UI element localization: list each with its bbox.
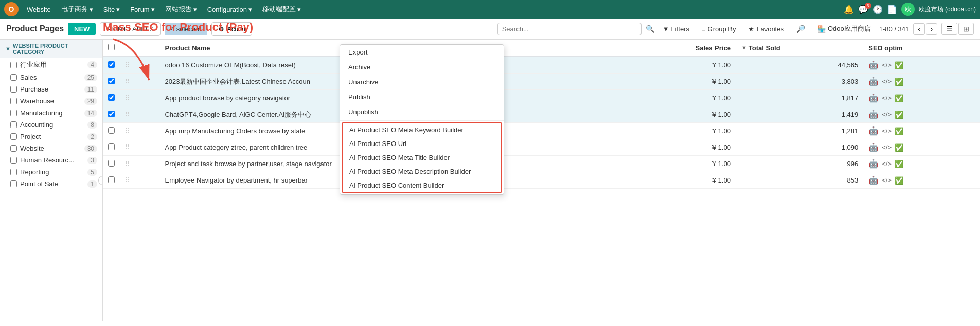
sidebar-item-accounting[interactable]: Accounting 8 xyxy=(0,119,102,131)
robot-icon[interactable]: 🤖 xyxy=(868,175,879,185)
sidebar-checkbox-4[interactable] xyxy=(10,110,17,116)
sidebar-item-7[interactable]: Website 30 xyxy=(0,142,102,154)
publish-menu-item[interactable]: Publish xyxy=(340,89,504,104)
sidebar-checkbox-10[interactable] xyxy=(10,180,17,187)
drag-handle-icon[interactable]: ⠿ xyxy=(125,143,130,151)
action-button[interactable]: ⚙ Action xyxy=(211,22,252,36)
drag-handle-cell[interactable]: ⠿ xyxy=(120,106,159,123)
row-checkbox-0[interactable] xyxy=(108,61,115,68)
drag-handle-icon[interactable]: ⠿ xyxy=(125,176,130,184)
select-all-header[interactable] xyxy=(103,40,120,57)
nav-forum[interactable]: Forum ▾ xyxy=(126,4,159,15)
nav-configuration[interactable]: Configuration ▾ xyxy=(203,4,256,15)
drag-handle-cell[interactable]: ⠿ xyxy=(120,90,159,106)
drag-handle-icon[interactable]: ⠿ xyxy=(125,127,130,135)
row-checkbox-1[interactable] xyxy=(108,78,115,84)
drag-handle-icon[interactable]: ⠿ xyxy=(125,78,130,85)
zoom-button[interactable]: 🔎 xyxy=(792,22,809,35)
row-checkbox-cell[interactable] xyxy=(103,156,120,172)
drag-handle-cell[interactable]: ⠿ xyxy=(120,57,159,74)
drag-handle-cell[interactable]: ⠿ xyxy=(120,74,159,90)
row-checkbox-cell[interactable] xyxy=(103,74,120,90)
seo-content-menu-item[interactable]: Ai Product SEO Content Builder xyxy=(343,178,501,192)
sidebar-checkbox-0[interactable] xyxy=(10,62,17,68)
search-input[interactable] xyxy=(497,23,642,35)
seo-url-menu-item[interactable]: Ai Product SEO Url xyxy=(343,137,501,151)
sidebar-checkbox-6[interactable] xyxy=(10,133,17,140)
seo-description-menu-item[interactable]: Ai Product SEO Meta Description Builder xyxy=(343,165,501,178)
message-icon[interactable]: 💬6 xyxy=(858,5,868,14)
notification-icon[interactable]: 🔔 xyxy=(844,5,854,14)
code-icon[interactable]: </> xyxy=(882,111,892,118)
brand-logo[interactable]: O xyxy=(4,2,19,16)
sidebar-checkbox-9[interactable] xyxy=(10,169,17,175)
code-icon[interactable]: </> xyxy=(882,160,892,168)
sidebar-item-4[interactable]: Manufacturing 14 xyxy=(0,107,102,119)
drag-handle-cell[interactable]: ⠿ xyxy=(120,156,159,172)
sidebar-checkbox-7[interactable] xyxy=(10,145,17,152)
sales-price-header[interactable]: Sales Price xyxy=(617,40,736,57)
row-checkbox-cell[interactable] xyxy=(103,123,120,139)
sidebar-item-0[interactable]: 行业应用 4 xyxy=(0,58,102,71)
prev-page-button[interactable]: ‹ xyxy=(913,23,924,35)
sidebar-item-8[interactable]: Human Resourc... 3 xyxy=(0,154,102,166)
robot-icon[interactable]: 🤖 xyxy=(868,126,879,136)
row-checkbox-5[interactable] xyxy=(108,143,115,150)
robot-icon[interactable]: 🤖 xyxy=(868,60,879,70)
export-menu-item[interactable]: Export xyxy=(340,45,504,60)
sidebar-checkbox-1[interactable] xyxy=(10,74,17,81)
drag-handle-icon[interactable]: ⠿ xyxy=(125,111,130,118)
robot-icon[interactable]: 🤖 xyxy=(868,77,879,86)
sidebar-checkbox-3[interactable] xyxy=(10,98,17,104)
sidebar-checkbox-8[interactable] xyxy=(10,157,17,164)
drag-handle-icon[interactable]: ⠿ xyxy=(125,94,130,102)
sidebar-item-reporting[interactable]: Reporting 5 xyxy=(0,166,102,178)
row-checkbox-cell[interactable] xyxy=(103,90,120,106)
drag-handle-cell[interactable]: ⠿ xyxy=(120,139,159,156)
odoo-store-button[interactable]: 🏪 Odoo应用商店 xyxy=(813,22,875,36)
nav-mobile[interactable]: 移动端配置 ▾ xyxy=(258,3,305,16)
code-icon[interactable]: </> xyxy=(882,61,892,69)
sidebar-checkbox-5[interactable] xyxy=(10,121,17,128)
document-icon[interactable]: 📄 xyxy=(887,5,897,14)
groupby-button[interactable]: ≡ Group By xyxy=(698,23,740,35)
robot-icon[interactable]: 🤖 xyxy=(868,159,879,169)
sidebar-item-10[interactable]: Point of Sale 1 xyxy=(0,178,102,190)
nav-ecommerce[interactable]: 电子商务 ▾ xyxy=(57,3,97,16)
sidebar-item-2[interactable]: Purchase 11 xyxy=(0,83,102,95)
row-checkbox-6[interactable] xyxy=(108,160,115,167)
unarchive-menu-item[interactable]: Unarchive xyxy=(340,75,504,89)
row-checkbox-3[interactable] xyxy=(108,111,115,117)
unpublish-menu-item[interactable]: Unpublish xyxy=(340,104,504,119)
robot-icon[interactable]: 🤖 xyxy=(868,93,879,103)
code-icon[interactable]: </> xyxy=(882,94,892,102)
new-button[interactable]: NEW xyxy=(68,23,96,35)
robot-icon[interactable]: 🤖 xyxy=(868,142,879,152)
favorites-button[interactable]: ★ Favorites xyxy=(744,23,788,35)
drag-handle-icon[interactable]: ⠿ xyxy=(125,61,130,69)
row-checkbox-4[interactable] xyxy=(108,127,115,134)
settings-view-button[interactable]: ⊞ xyxy=(958,23,974,35)
row-checkbox-cell[interactable] xyxy=(103,139,120,156)
total-sold-header[interactable]: ▼ Total Sold xyxy=(736,40,863,57)
code-icon[interactable]: </> xyxy=(882,143,892,151)
sidebar-checkbox-2[interactable] xyxy=(10,86,17,93)
drag-handle-cell[interactable]: ⠿ xyxy=(120,123,159,139)
select-all-checkbox[interactable] xyxy=(108,44,115,50)
clock-icon[interactable]: 🕐 xyxy=(872,5,883,14)
robot-icon[interactable]: 🤖 xyxy=(868,110,879,119)
nav-site[interactable]: Site ▾ xyxy=(99,4,124,15)
drag-handle-icon[interactable]: ⠿ xyxy=(125,160,130,168)
nav-reports[interactable]: 网站报告 ▾ xyxy=(161,3,201,16)
sidebar-item-6[interactable]: Project 2 xyxy=(0,131,102,142)
code-icon[interactable]: </> xyxy=(882,176,892,184)
row-checkbox-cell[interactable] xyxy=(103,57,120,74)
seo-title-menu-item[interactable]: Ai Product SEO Meta Title Builder xyxy=(343,151,501,165)
print-labels-button[interactable]: PRINT LABELS xyxy=(100,22,161,36)
row-checkbox-2[interactable] xyxy=(108,94,115,101)
code-icon[interactable]: </> xyxy=(882,78,892,85)
drag-handle-cell[interactable]: ⠿ xyxy=(120,172,159,189)
row-checkbox-cell[interactable] xyxy=(103,106,120,123)
archive-menu-item[interactable]: Archive xyxy=(340,60,504,75)
sidebar-item-1[interactable]: Sales 25 xyxy=(0,71,102,83)
